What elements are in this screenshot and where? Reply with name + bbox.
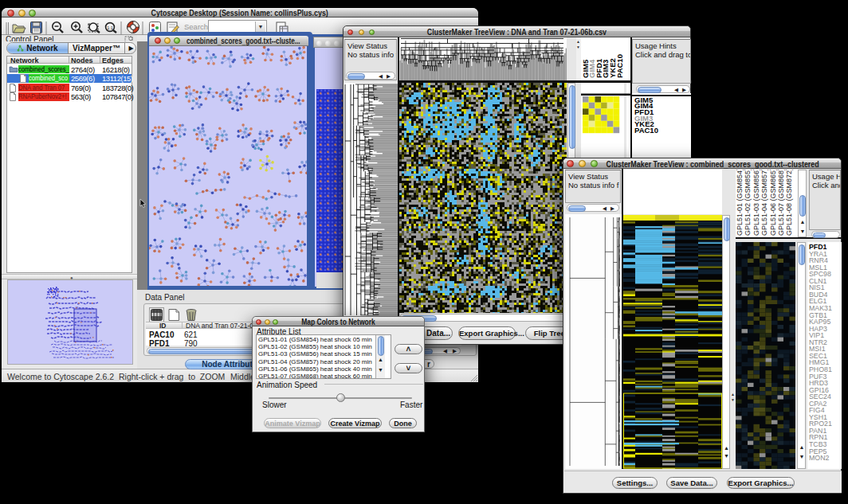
svg-text:GPL51-07 (GSM868): GPL51-07 (GSM868) [777,170,785,236]
svg-text:1:1: 1:1 [107,25,113,30]
svg-text:GPL51-02 (GSM855): GPL51-02 (GSM855) [744,170,752,236]
svg-text:GPL51-03 (GSM856): GPL51-03 (GSM856) [752,170,760,236]
svg-text:GPL51-01 (GSM854): GPL51-01 (GSM854) [736,170,744,236]
svg-text:GPL51-06 (GSM865): GPL51-06 (GSM865) [769,170,777,236]
svg-text:GPL51-08 (GSM872): GPL51-08 (GSM872) [785,170,793,236]
svg-text:GPL51-04 (GSM857): GPL51-04 (GSM857) [760,170,768,236]
svg-text:PAC10: PAC10 [615,54,624,78]
